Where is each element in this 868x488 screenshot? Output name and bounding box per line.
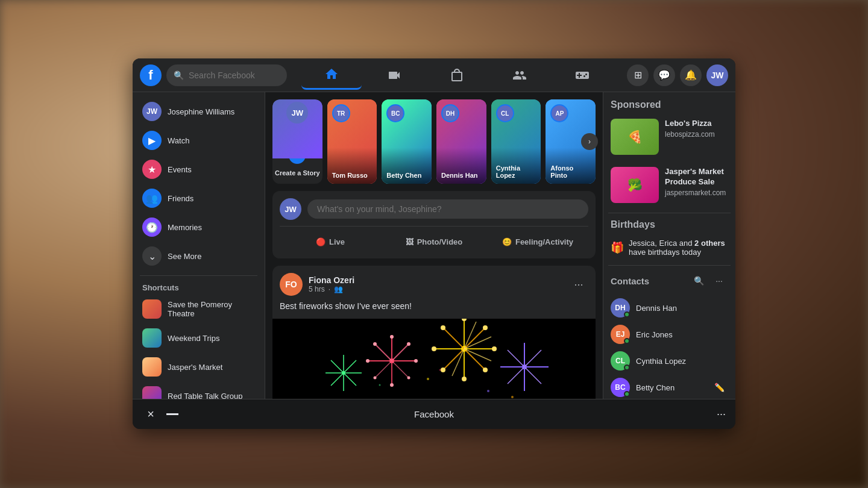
tab-marketplace[interactable] [427, 61, 487, 90]
svg-point-26 [366, 359, 370, 363]
photo-icon: 🖼 [406, 237, 414, 246]
sidebar-shortcut-weekend[interactable]: Weekend Trips [135, 324, 262, 352]
notifications-button[interactable]: 🔔 [680, 64, 702, 86]
bottom-bar: × Facebook ··· [133, 399, 735, 429]
shortcut-redtable-label: Red Table Talk Group [168, 392, 243, 399]
contact-cynthia-online [624, 364, 630, 371]
feed: JW + Create a Story TR Tom Russo [265, 92, 603, 399]
contacts-search-button[interactable]: 🔍 [690, 272, 708, 290]
post-privacy: 👥 [334, 285, 343, 293]
stories-nav-button[interactable]: › [581, 133, 598, 150]
svg-point-42 [483, 325, 488, 330]
svg-point-71 [511, 396, 514, 398]
bottom-minimize-button[interactable] [166, 413, 178, 415]
fireworks-svg [272, 319, 596, 399]
ad-lebos-url: lebospizza.com [665, 130, 728, 139]
apps-button[interactable]: ⊞ [627, 64, 649, 86]
sidebar-memories-label: Memories [168, 223, 202, 232]
shortcut-weekend-img [142, 328, 162, 348]
sidebar-see-more-label: See More [168, 252, 201, 261]
contact-cynthia-avatar: CL [611, 351, 630, 371]
post-more-button[interactable]: ··· [569, 275, 588, 294]
bottom-more-button[interactable]: ··· [717, 408, 726, 421]
svg-point-45 [462, 377, 467, 381]
sidebar-shortcut-jaspers[interactable]: Jasper's Market [135, 352, 262, 381]
sidebar-item-profile[interactable]: JW Josephine Williams [135, 97, 262, 126]
composer-feeling-button[interactable]: 😊 Feeling/Activity [487, 233, 588, 251]
svg-point-43 [492, 346, 497, 351]
post-user-name[interactable]: Fiona Ozeri [309, 275, 354, 285]
contact-betty-avatar: BC [611, 378, 630, 397]
composer-input[interactable] [307, 199, 588, 219]
new-chat-button[interactable]: ✏️ [710, 378, 728, 396]
sponsored-title: Sponsored [608, 99, 731, 110]
contact-betty[interactable]: BC Betty Chen ✏️ [608, 374, 731, 399]
svg-point-27 [373, 342, 377, 346]
photo-label: Photo/Video [417, 237, 463, 246]
memories-icon: 🕐 [142, 217, 162, 237]
bottom-close-button[interactable]: × [142, 406, 159, 423]
svg-point-70 [379, 384, 381, 386]
sidebar-shortcut-pomeroy[interactable]: Save the Pomeroy Theatre [135, 295, 262, 324]
shortcut-pomeroy-img [142, 299, 162, 319]
divider-2 [608, 265, 731, 266]
divider-1 [608, 213, 731, 213]
contacts-more-button[interactable]: ··· [710, 272, 728, 290]
watch-icon: ▶ [142, 131, 162, 150]
create-story-label: Create a Story [275, 169, 320, 177]
sidebar-item-see-more[interactable]: ⌄ See More [135, 242, 262, 271]
story-dennis[interactable]: DH Dennis Han [436, 99, 486, 184]
sidebar-item-friends[interactable]: 👥 Friends [135, 184, 262, 213]
story-create[interactable]: JW + Create a Story [272, 99, 322, 184]
svg-point-68 [439, 369, 441, 371]
sidebar-item-events[interactable]: ★ Events [135, 155, 262, 184]
contact-cynthia[interactable]: CL Cynthia Lopez [608, 348, 731, 374]
composer-photo-button[interactable]: 🖼 Photo/Video [383, 233, 485, 251]
post-privacy-icon: · [329, 285, 330, 293]
post-text: Best fireworks show I've ever seen! [272, 301, 596, 319]
svg-point-20 [390, 335, 394, 339]
ad-jaspers-url: jaspersmarket.com [665, 189, 728, 197]
tab-gaming[interactable] [552, 61, 612, 90]
sidebar-shortcut-redtable[interactable]: Red Table Talk Group [135, 381, 262, 399]
search-input[interactable] [189, 70, 273, 80]
story-cynthia[interactable]: CL Cynthia Lopez [491, 99, 541, 184]
user-avatar[interactable]: JW [706, 64, 728, 86]
ad-jaspers-title: Jasper's Market Produce Sale [665, 167, 728, 187]
story-tom-avatar: TR [332, 104, 350, 122]
contacts-title: Contacts [611, 276, 649, 286]
composer-actions: 🔴 Live 🖼 Photo/Video 😊 Feeling/Activity [280, 226, 588, 251]
see-more-icon: ⌄ [142, 246, 162, 266]
svg-point-24 [390, 383, 394, 387]
stories-row: JW + Create a Story TR Tom Russo [272, 99, 596, 184]
tab-home[interactable] [301, 61, 362, 90]
contact-dennis[interactable]: DH Dennis Han [608, 295, 731, 321]
svg-point-21 [407, 342, 410, 346]
search-box[interactable]: 🔍 [166, 64, 287, 86]
composer-avatar: JW [280, 198, 301, 220]
messenger-button[interactable]: 💬 [653, 64, 675, 86]
bottom-left-controls: × [142, 406, 178, 423]
story-betty[interactable]: BC Betty Chen [382, 99, 432, 184]
sidebar-item-memories[interactable]: 🕐 Memories [135, 213, 262, 242]
svg-point-46 [441, 368, 445, 372]
shortcut-weekend-label: Weekend Trips [168, 334, 219, 343]
ad-lebos[interactable]: 🍕 Lebo's Pizza lebospizza.com [608, 116, 731, 157]
tab-groups[interactable] [489, 61, 550, 90]
composer-live-button[interactable]: 🔴 Live [280, 233, 381, 251]
post-card: FO Fiona Ozeri 5 hrs · 👥 ··· Best firewo… [272, 266, 596, 399]
story-tom[interactable]: TR Tom Russo [327, 99, 377, 184]
post-user-info: Fiona Ozeri 5 hrs · 👥 [309, 275, 354, 293]
sidebar-item-watch[interactable]: ▶ Watch [135, 126, 262, 155]
contacts-header: Contacts 🔍 ··· [608, 272, 731, 290]
create-story-avatar: JW [286, 102, 308, 124]
contact-eric[interactable]: EJ Eric Jones [608, 321, 731, 348]
events-icon: ★ [142, 160, 162, 179]
nav-tabs [292, 61, 622, 90]
live-icon: 🔴 [316, 237, 326, 246]
sidebar-events-label: Events [168, 165, 192, 174]
tab-watch[interactable] [364, 61, 424, 90]
shortcut-redtable-img [142, 386, 162, 399]
contact-dennis-name: Dennis Han [636, 304, 677, 313]
ad-jaspers[interactable]: 🥦 Jasper's Market Produce Sale jaspersma… [608, 164, 731, 205]
